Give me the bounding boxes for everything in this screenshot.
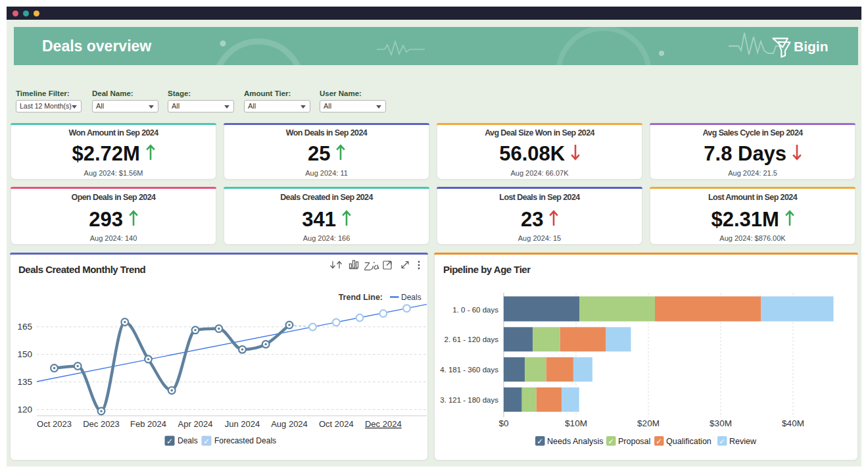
svg-text:$40M: $40M xyxy=(782,418,804,428)
svg-text:Apr 2024: Apr 2024 xyxy=(178,419,213,429)
svg-text:Dec 2024: Dec 2024 xyxy=(365,419,402,429)
svg-text:✓: ✓ xyxy=(166,437,173,446)
svg-text:Feb 2024: Feb 2024 xyxy=(130,419,166,429)
svg-text:Proposal: Proposal xyxy=(618,437,650,446)
svg-text:Trend Line:: Trend Line: xyxy=(339,293,383,302)
svg-text:Needs Analysis: Needs Analysis xyxy=(547,437,603,446)
svg-text:Forecasted Deals: Forecasted Deals xyxy=(214,436,276,445)
svg-text:✓: ✓ xyxy=(537,437,543,445)
svg-text:✓: ✓ xyxy=(608,437,614,445)
svg-text:Oct 2023: Oct 2023 xyxy=(37,419,72,429)
svg-text:4. 181 - 360 days: 4. 181 - 360 days xyxy=(440,366,498,374)
svg-text:1. 0 - 60 days: 1. 0 - 60 days xyxy=(452,306,498,314)
svg-text:✓: ✓ xyxy=(203,437,210,446)
svg-text:Deals: Deals xyxy=(401,293,422,302)
svg-text:Jun 2024: Jun 2024 xyxy=(225,419,260,429)
svg-text:Qualification: Qualification xyxy=(666,437,711,446)
svg-text:✓: ✓ xyxy=(719,437,725,445)
svg-text:2. 61 - 120 days: 2. 61 - 120 days xyxy=(445,336,499,343)
svg-text:$0: $0 xyxy=(498,418,508,428)
svg-text:Oct 2024: Oct 2024 xyxy=(319,419,354,429)
svg-text:Review: Review xyxy=(729,437,757,446)
svg-text:$30M: $30M xyxy=(710,418,732,428)
svg-text:120: 120 xyxy=(17,405,32,414)
svg-text:165: 165 xyxy=(17,322,32,332)
svg-text:$20M: $20M xyxy=(637,418,660,428)
svg-text:150: 150 xyxy=(17,349,32,359)
svg-text:Aug 2024: Aug 2024 xyxy=(271,419,308,429)
svg-text:3. 121 - 180 days: 3. 121 - 180 days xyxy=(440,396,498,404)
svg-text:✓: ✓ xyxy=(656,437,662,445)
svg-text:Dec 2023: Dec 2023 xyxy=(83,419,120,429)
svg-text:135: 135 xyxy=(17,377,32,387)
svg-text:$10M: $10M xyxy=(565,418,587,428)
svg-text:Deals: Deals xyxy=(178,436,198,445)
